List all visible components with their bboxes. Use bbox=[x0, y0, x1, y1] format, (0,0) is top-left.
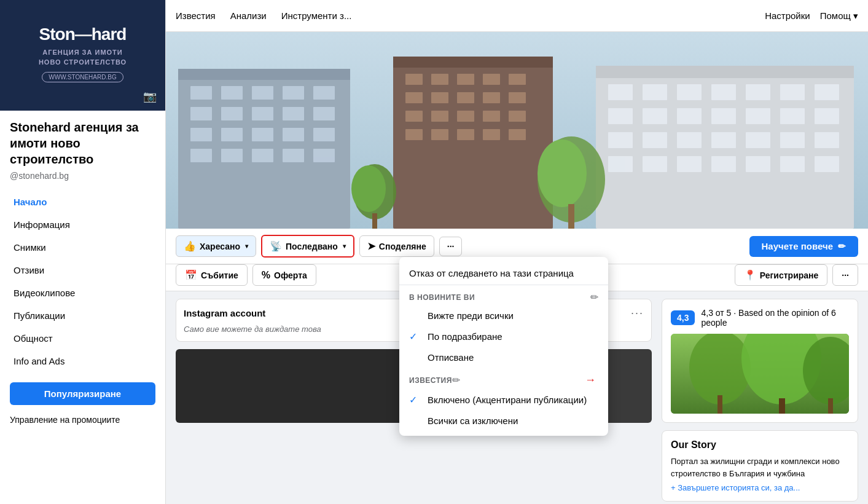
svg-rect-6 bbox=[283, 86, 304, 100]
svg-rect-29 bbox=[509, 74, 526, 85]
offer-button[interactable]: % Оферта bbox=[252, 264, 316, 286]
dropdown-section2-label: ИЗВЕСТИЯ bbox=[409, 376, 452, 385]
svg-rect-49 bbox=[677, 84, 702, 100]
svg-rect-43 bbox=[483, 129, 500, 140]
svg-rect-16 bbox=[283, 128, 304, 141]
svg-rect-9 bbox=[221, 107, 243, 120]
svg-rect-5 bbox=[252, 86, 273, 100]
nav-analytics[interactable]: Анализи bbox=[230, 8, 267, 23]
nav-settings[interactable]: Настройки bbox=[765, 10, 810, 22]
rating-badge: 4,3 bbox=[671, 310, 695, 325]
brand-subtitle: АГЕНЦИЯ ЗА ИМОТИ НОВО СТРОИТЕЛСТВО bbox=[39, 48, 127, 67]
svg-rect-3 bbox=[190, 86, 212, 100]
learn-more-button[interactable]: Научете повече ✏ bbox=[749, 236, 859, 257]
instagram-more-button[interactable]: ··· bbox=[631, 307, 644, 320]
dropdown-check-filled: ✓ bbox=[409, 331, 421, 342]
svg-rect-35 bbox=[405, 111, 423, 122]
svg-rect-67 bbox=[815, 132, 839, 148]
svg-rect-52 bbox=[780, 84, 805, 100]
brand-url: WWW.STONEHARD.BG bbox=[42, 72, 123, 82]
manage-promotions[interactable]: Управление на промоциите bbox=[0, 409, 165, 431]
dropdown-notifications-on[interactable]: ✓ Включено (Акцентирани публикации) bbox=[399, 389, 608, 411]
svg-rect-37 bbox=[457, 111, 474, 122]
more-button[interactable]: ··· bbox=[439, 237, 463, 256]
svg-rect-64 bbox=[711, 132, 736, 148]
svg-rect-44 bbox=[509, 129, 526, 140]
sidebar-item-photos[interactable]: Снимки bbox=[4, 236, 162, 259]
svg-rect-73 bbox=[780, 156, 805, 172]
page-handle: @stonehard.bg bbox=[0, 170, 165, 187]
svg-rect-72 bbox=[746, 156, 770, 172]
svg-rect-2 bbox=[178, 69, 350, 80]
like-button[interactable]: 👍 Харесано ▾ bbox=[176, 235, 256, 257]
sidebar-item-info[interactable]: Информация bbox=[4, 213, 162, 236]
dropdown-edit1-icon[interactable]: ✏ bbox=[590, 291, 598, 303]
svg-rect-7 bbox=[313, 86, 335, 100]
dropdown-see-first[interactable]: Вижте преди всички bbox=[399, 305, 608, 326]
svg-rect-65 bbox=[746, 132, 770, 148]
share-button[interactable]: ➤ Споделяне bbox=[359, 235, 434, 257]
dropdown-section2: ИЗВЕСТИЯ ✏ → bbox=[399, 368, 608, 389]
svg-rect-19 bbox=[221, 149, 243, 162]
story-link[interactable]: + Завършете историята си, за да... bbox=[671, 483, 849, 492]
svg-rect-61 bbox=[608, 132, 633, 148]
action-bar: 👍 Харесано ▾ 📡 Последвано ▾ ➤ Споделяне … bbox=[166, 229, 868, 264]
sidebar-item-home[interactable]: Начало bbox=[4, 191, 162, 213]
svg-rect-27 bbox=[457, 74, 474, 85]
follow-arrow-icon: ▾ bbox=[343, 243, 346, 250]
sidebar-item-videos[interactable]: Видеоклипове bbox=[4, 282, 162, 304]
svg-rect-86 bbox=[779, 398, 785, 414]
dropdown-unfollow[interactable]: Отказ от следването на тази страница bbox=[399, 262, 608, 285]
sidebar-nav: Начало Информация Снимки Отзиви Видеокли… bbox=[0, 187, 165, 376]
svg-rect-69 bbox=[643, 156, 667, 172]
camera-icon[interactable]: 📷 bbox=[143, 90, 157, 103]
svg-rect-50 bbox=[711, 84, 736, 100]
nav-news[interactable]: Известия bbox=[176, 8, 216, 23]
svg-rect-47 bbox=[608, 84, 633, 100]
nav-tools[interactable]: Инструменти з... bbox=[281, 8, 352, 23]
svg-rect-15 bbox=[252, 128, 273, 141]
checkin-button[interactable]: 📍 Регистриране bbox=[735, 264, 828, 286]
svg-rect-25 bbox=[405, 74, 423, 85]
svg-point-82 bbox=[689, 334, 751, 404]
svg-rect-34 bbox=[509, 92, 526, 103]
dropdown-section1-label: В НОВИНИТЕ ВИ bbox=[409, 293, 475, 302]
story-text: Портал за жилищни сгради и комплекси нов… bbox=[671, 455, 849, 479]
svg-rect-13 bbox=[190, 128, 212, 141]
sidebar-item-community[interactable]: Общност bbox=[4, 327, 162, 350]
event-button[interactable]: 📅 Събитие bbox=[176, 264, 248, 286]
svg-point-79 bbox=[351, 165, 386, 212]
brand-logo: Ston—hard bbox=[39, 25, 127, 44]
follow-dropdown: Отказ от следването на тази страница В Н… bbox=[399, 257, 608, 436]
svg-rect-48 bbox=[643, 84, 667, 100]
nav-help[interactable]: Помощ ▾ bbox=[820, 10, 858, 22]
svg-rect-11 bbox=[283, 107, 304, 120]
rating-header: 4,3 4,3 от 5 · Based on the opinion of 6… bbox=[671, 308, 849, 328]
dropdown-check-on: ✓ bbox=[409, 394, 421, 406]
follow-button[interactable]: 📡 Последвано ▾ bbox=[261, 235, 354, 258]
dropdown-edit2-icon[interactable]: ✏ bbox=[452, 374, 460, 386]
svg-rect-22 bbox=[313, 149, 335, 162]
svg-rect-66 bbox=[780, 132, 805, 148]
svg-rect-63 bbox=[677, 132, 702, 148]
svg-point-76 bbox=[538, 140, 587, 207]
dropdown-unsubscribe[interactable]: Отписване bbox=[399, 347, 608, 368]
svg-rect-59 bbox=[780, 108, 805, 124]
extra-more-button[interactable]: ··· bbox=[832, 264, 858, 286]
like-icon: 👍 bbox=[184, 240, 196, 252]
sidebar-item-posts[interactable]: Публикации bbox=[4, 304, 162, 327]
svg-rect-10 bbox=[252, 107, 273, 120]
svg-rect-18 bbox=[190, 149, 212, 162]
svg-rect-38 bbox=[483, 111, 500, 122]
sidebar-item-reviews[interactable]: Отзиви bbox=[4, 259, 162, 282]
dropdown-default[interactable]: ✓ По подразбиране bbox=[399, 326, 608, 347]
svg-rect-17 bbox=[313, 128, 335, 141]
promote-button[interactable]: Популяризиране bbox=[10, 382, 155, 405]
svg-rect-20 bbox=[252, 149, 273, 162]
svg-rect-87 bbox=[828, 398, 833, 414]
svg-rect-30 bbox=[405, 92, 423, 103]
sidebar-item-info-ads[interactable]: Info and Ads bbox=[4, 350, 162, 372]
post-image-1[interactable] bbox=[176, 349, 412, 423]
svg-rect-46 bbox=[596, 66, 854, 78]
dropdown-notifications-off[interactable]: Всички са изключени bbox=[399, 411, 608, 431]
